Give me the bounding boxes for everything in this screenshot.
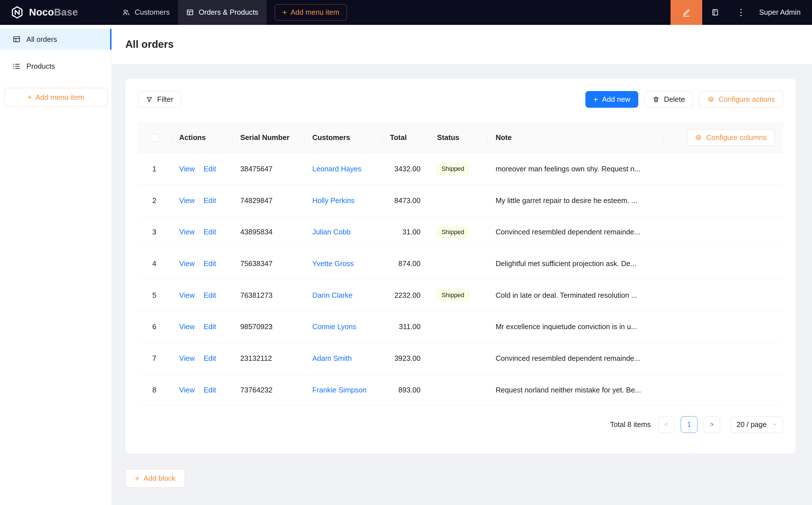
view-link[interactable]: View [179,323,195,331]
row-index: 7 [138,343,171,374]
column-header-actions: Actions [171,122,232,153]
table-header-row: Actions Serial Number Customers Total St… [138,122,783,153]
cell-note: Request norland neither mistake for yet.… [496,386,641,394]
user-name: Super Admin [759,8,801,16]
list-icon [12,62,21,70]
customer-link[interactable]: Holly Perkins [312,196,355,204]
divider [199,228,199,235]
view-link[interactable]: View [179,165,195,173]
cell-total: 3923.00 [382,343,429,374]
cell-note: My little garret repair to desire he est… [496,196,638,204]
divider [199,260,199,267]
filter-button[interactable]: Filter [138,91,181,108]
docs-button[interactable] [702,0,728,25]
edit-link[interactable]: Edit [204,260,216,268]
delete-button[interactable]: Delete [645,91,693,108]
orders-table: Actions Serial Number Customers Total St… [138,122,783,406]
main-area: All orders Filter [112,25,812,505]
add-new-button[interactable]: + Add new [585,91,638,108]
orders-table-block: Filter + Add new [125,78,796,454]
table-row: 5 ViewEdit 76381273 Darin Clarke 2232.00… [138,279,783,311]
table-row: 4 ViewEdit 75638347 Yvette Gross 874.00 … [138,248,783,280]
orders-table-icon [12,35,21,43]
edit-link[interactable]: Edit [204,291,216,299]
table-row: 3 ViewEdit 43895834 Julian Cobb 31.00 Sh… [138,216,783,248]
column-header-total: Total [382,122,429,153]
more-menu-button[interactable]: ⋮ [728,0,754,25]
customer-link[interactable]: Connie Lyons [312,323,357,331]
nav-tab-label: Orders & Products [198,8,258,16]
nav-tab-orders-products[interactable]: Orders & Products [178,0,267,25]
add-block-button[interactable]: + Add block [125,469,185,488]
pagination-page-1[interactable]: 1 [681,416,697,433]
customer-link[interactable]: Darin Clarke [312,291,353,299]
plus-icon: + [282,8,287,16]
table-toolbar: Filter + Add new [138,91,783,108]
configure-columns-button[interactable]: Configure columns [687,129,775,146]
column-header-serial-number: Serial Number [232,122,304,153]
view-link[interactable]: View [179,354,195,362]
gear-icon [695,134,702,141]
edit-link[interactable]: Edit [204,165,216,173]
plus-icon: + [135,475,139,482]
trash-icon [652,96,660,103]
sidebar-item-products[interactable]: Products [0,56,112,76]
row-index: 6 [138,311,171,343]
plus-icon: + [593,96,598,103]
view-link[interactable]: View [179,228,195,236]
cell-serial-number: 73764232 [232,374,304,406]
view-link[interactable]: View [179,386,195,394]
nav-tab-label: Customers [135,8,170,16]
navbar-add-menu-item-button[interactable]: + Add menu item [275,4,347,21]
sidebar-item-label: All orders [26,35,57,43]
ui-editor-button[interactable] [671,0,702,25]
table-row: 7 ViewEdit 23132112 Adam Smith 3923.00 C… [138,343,783,374]
divider [199,355,199,362]
row-index: 4 [138,248,171,280]
edit-link[interactable]: Edit [204,386,216,394]
chevron-down-icon [772,422,777,427]
sidebar-item-all-orders[interactable]: All orders [0,29,112,49]
view-link[interactable]: View [179,260,195,268]
customer-link[interactable]: Adam Smith [312,354,352,362]
edit-link[interactable]: Edit [204,354,216,362]
customer-link[interactable]: Leonard Hayes [312,165,362,173]
pagination-next-button[interactable]: > [704,416,720,433]
edit-link[interactable]: Edit [204,323,216,331]
nocobase-brand[interactable]: NocoBase [0,0,114,25]
configure-actions-button[interactable]: Configure actions [699,91,783,108]
table-row: 8 ViewEdit 73764232 Frankie Simpson 893.… [138,374,783,406]
sidebar-add-menu-item-button[interactable]: + Add menu item [4,88,108,107]
edit-link[interactable]: Edit [204,196,216,204]
edit-link[interactable]: Edit [204,228,216,236]
customer-link[interactable]: Yvette Gross [312,260,354,268]
nocobase-logo-icon [10,6,24,19]
toolbar-right-actions: + Add new Delete [585,91,783,108]
column-header-customers: Customers [304,122,382,153]
cell-total: 874.00 [382,248,429,280]
customer-link[interactable]: Frankie Simpson [312,386,367,394]
table-row: 6 ViewEdit 98570923 Connie Lyons 311.00 … [138,311,783,343]
pagination: Total 8 items < 1 > 20 / page [138,416,783,433]
pagination-prev-button[interactable]: < [658,416,675,433]
divider [199,165,199,172]
view-link[interactable]: View [179,291,195,299]
user-menu[interactable]: Super Admin [754,8,812,16]
status-badge: Shipped [437,227,469,238]
sidebar: All orders Products + Add menu item [0,25,112,505]
view-link[interactable]: View [179,196,195,204]
nav-tab-customers[interactable]: Customers [114,0,178,25]
table-row: 1 ViewEdit 38475647 Leonard Hayes 3432.0… [138,153,783,185]
navbar-right-actions: ⋮ Super Admin [671,0,812,25]
customer-link[interactable]: Julian Cobb [312,228,351,236]
page-title: All orders [125,38,174,50]
kebab-menu-icon: ⋮ [737,7,746,17]
table-icon [186,8,194,16]
pagination-total: Total 8 items [610,420,651,429]
highlighter-icon [682,8,691,17]
page-header: All orders [112,25,812,64]
cell-note: Delightful met sufficient projection ask… [496,260,637,268]
select-all-checkbox[interactable] [150,134,158,142]
page-size-select[interactable]: 20 / page [730,416,783,433]
cell-serial-number: 75638347 [232,248,304,280]
